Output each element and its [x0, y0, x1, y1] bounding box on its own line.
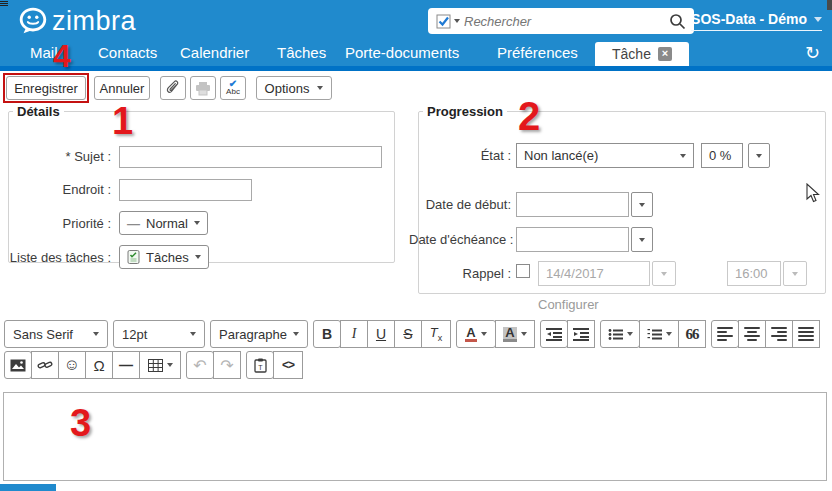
tasklist-caret-icon — [195, 255, 201, 259]
reminder-time-field[interactable]: 16:00 — [727, 261, 781, 286]
location-input[interactable] — [119, 179, 252, 201]
bullet-list-button[interactable] — [600, 320, 640, 348]
state-select[interactable]: Non lancé(e) — [516, 143, 694, 168]
percent-dropdown-button[interactable] — [748, 143, 770, 168]
reminder-date-dropdown[interactable] — [652, 261, 676, 286]
annotation-1: 1 — [112, 100, 133, 143]
state-caret-icon — [680, 154, 686, 158]
font-family-select[interactable]: Sans Serif — [4, 320, 108, 348]
checkbox-search-icon — [436, 14, 451, 29]
paragraph-format-value: Paragraphe — [219, 327, 287, 342]
align-center-button[interactable] — [738, 320, 766, 348]
justify-button[interactable] — [792, 320, 820, 348]
undo-button[interactable]: ↶ — [186, 351, 214, 379]
reminder-time-dropdown[interactable] — [783, 261, 807, 286]
logo-text: zimbra — [52, 6, 136, 37]
tab-taches[interactable]: Tâches — [277, 42, 326, 66]
source-code-button[interactable]: <> — [273, 351, 303, 379]
svg-text:T: T — [258, 363, 263, 370]
priority-value: Normal — [146, 216, 188, 231]
message-body-editor[interactable] — [3, 392, 827, 481]
annotation-3: 3 — [70, 402, 91, 445]
paste-text-button[interactable]: T — [246, 351, 274, 379]
search-type-caret-icon — [454, 19, 460, 23]
annotation-2: 2 — [518, 94, 540, 139]
print-button[interactable] — [190, 76, 216, 100]
priority-label: Priorité : — [3, 216, 111, 231]
start-date-caret-icon — [639, 203, 645, 207]
percent-field[interactable]: 0 % — [701, 143, 743, 168]
horizontal-rule-button[interactable]: — — [112, 351, 140, 379]
subject-input[interactable] — [119, 146, 382, 168]
due-date-calendar-button[interactable] — [631, 227, 653, 252]
indent-button[interactable] — [567, 320, 595, 348]
highlight-color-button[interactable]: A — [495, 320, 535, 348]
search-bar[interactable] — [428, 8, 694, 34]
reminder-date-field[interactable]: 14/4/2017 — [538, 261, 650, 286]
search-input[interactable] — [464, 14, 665, 29]
tab-contacts[interactable]: Contacts — [98, 42, 157, 66]
bottom-strip — [0, 484, 56, 491]
font-size-select[interactable]: 12pt — [113, 320, 205, 348]
tasklist-label: Liste des tâches : — [3, 250, 111, 265]
progression-section: Progression État : Non lancé(e) 0 % Date… — [418, 104, 826, 294]
details-legend: Détails — [13, 104, 64, 119]
details-section: Détails * Sujet : Endroit : Priorité : —… — [8, 104, 395, 263]
tab-calendrier[interactable]: Calendrier — [180, 42, 249, 66]
reminder-checkbox[interactable] — [516, 264, 530, 278]
tasklist-dropdown[interactable]: Tâches — [119, 245, 209, 269]
active-tab-label: Tâche — [612, 46, 651, 62]
cancel-button[interactable]: Annuler — [94, 76, 150, 100]
emoticon-button[interactable]: ☺ — [58, 351, 86, 379]
blockquote-button[interactable]: 66 — [678, 320, 706, 348]
italic-button[interactable]: I — [340, 320, 368, 348]
account-name: SOS-Data - Démo — [691, 11, 807, 27]
special-char-button[interactable]: Ω — [85, 351, 113, 379]
refresh-icon[interactable]: ↻ — [805, 42, 820, 64]
font-color-button[interactable]: A — [456, 320, 496, 348]
font-size-caret-icon — [190, 332, 196, 336]
reminder-time-caret-icon — [792, 272, 798, 276]
align-center-icon — [744, 327, 760, 341]
start-date-input[interactable] — [516, 192, 629, 217]
options-button[interactable]: Options — [256, 76, 332, 100]
align-right-button[interactable] — [765, 320, 793, 348]
attach-button[interactable] — [160, 76, 186, 100]
tab-preferences[interactable]: Préférences — [497, 42, 578, 66]
highlight-color-icon: A — [503, 327, 516, 342]
insert-link-button[interactable] — [31, 351, 59, 379]
tab-tache-active[interactable]: Tâche × — [595, 42, 689, 66]
paragraph-format-select[interactable]: Paragraphe — [210, 320, 308, 348]
configure-link[interactable]: Configurer — [538, 297, 599, 312]
search-icon[interactable] — [669, 13, 686, 30]
font-size-value: 12pt — [122, 327, 147, 342]
redo-button[interactable]: ↷ — [213, 351, 241, 379]
tab-porte-documents[interactable]: Porte-documents — [345, 42, 459, 66]
annotation-4: 4 — [53, 38, 71, 75]
insert-image-button[interactable] — [4, 351, 32, 379]
save-button[interactable]: Enregistrer — [6, 76, 86, 100]
editor-toolbar-row1: Sans Serif 12pt Paragraphe B I U S Tx A … — [0, 320, 832, 348]
start-date-calendar-button[interactable] — [631, 192, 653, 217]
table-button[interactable] — [139, 351, 181, 379]
search-type-selector[interactable] — [436, 14, 460, 29]
align-right-icon — [771, 327, 787, 341]
priority-normal-icon: — — [127, 216, 140, 231]
state-label: État : — [409, 148, 511, 163]
hamburger-icon[interactable] — [0, 0, 8, 8]
priority-dropdown[interactable]: — Normal — [119, 211, 208, 235]
numbered-list-button[interactable] — [639, 320, 679, 348]
reminder-time-value: 16:00 — [735, 266, 768, 281]
underline-button[interactable]: U — [367, 320, 395, 348]
progression-legend: Progression — [423, 104, 507, 119]
spellcheck-button[interactable]: ✔ Abc — [220, 76, 246, 100]
outdent-button[interactable] — [540, 320, 568, 348]
account-menu[interactable]: SOS-Data - Démo — [691, 11, 822, 31]
strikethrough-button[interactable]: S — [394, 320, 422, 348]
numbered-list-caret-icon — [666, 332, 672, 336]
bold-button[interactable]: B — [313, 320, 341, 348]
clear-format-button[interactable]: Tx — [421, 320, 451, 348]
close-tab-icon[interactable]: × — [658, 47, 672, 61]
align-left-button[interactable] — [711, 320, 739, 348]
due-date-input[interactable] — [516, 227, 629, 252]
